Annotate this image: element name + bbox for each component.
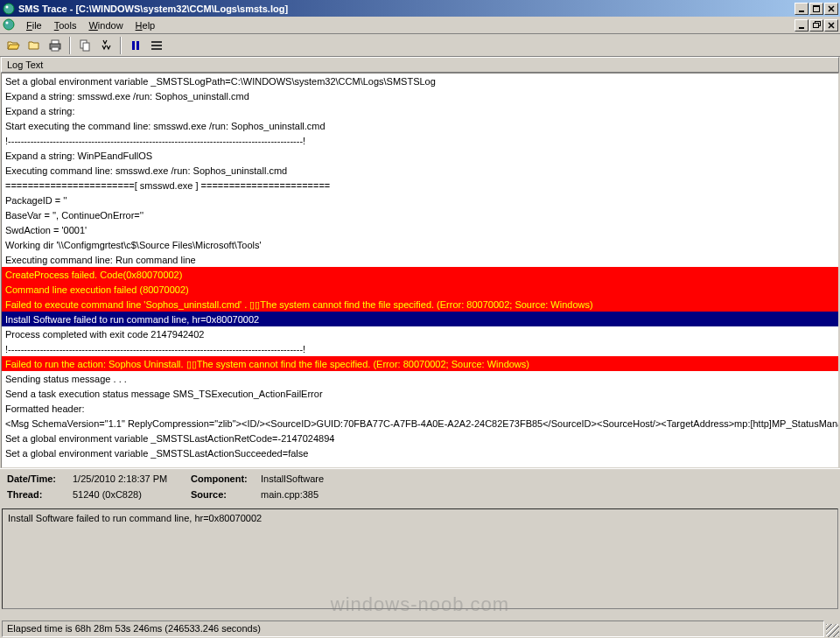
mdi-restore-button[interactable] xyxy=(809,19,823,32)
log-line[interactable]: Send a task execution status message SMS… xyxy=(2,386,838,401)
log-line[interactable]: Failed to run the action: Sophos Uninsta… xyxy=(2,356,838,371)
svg-rect-4 xyxy=(813,5,820,7)
copy-button[interactable] xyxy=(75,36,94,55)
log-line[interactable]: <Msg SchemaVersion="1.1" ReplyCompressio… xyxy=(2,416,838,431)
source-value: main.cpp:385 xyxy=(261,489,480,502)
message-box[interactable]: Install Software failed to run command l… xyxy=(2,508,838,609)
svg-point-1 xyxy=(6,5,9,8)
log-line[interactable]: Failed to execute command line 'Sophos_u… xyxy=(2,297,838,312)
thread-label: Thread: xyxy=(7,489,73,502)
datetime-label: Date/Time: xyxy=(7,473,73,487)
menu-window[interactable]: Window xyxy=(82,18,129,32)
log-line[interactable]: Expand a string: xyxy=(2,103,838,118)
svg-rect-16 xyxy=(136,41,139,50)
menu-help[interactable]: Help xyxy=(130,18,162,32)
statusbar: Elapsed time is 68h 28m 53s 246ms (24653… xyxy=(2,620,824,637)
menu-file[interactable]: File xyxy=(20,18,48,32)
log-line[interactable]: Start executing the command line: smsswd… xyxy=(2,118,838,133)
pause-button[interactable] xyxy=(126,36,145,55)
thread-value: 51240 (0xC828) xyxy=(73,489,191,502)
log-line[interactable]: Set a global environment variable _SMSTS… xyxy=(2,74,838,88)
message-text: Install Software failed to run command l… xyxy=(8,513,262,523)
find-button[interactable] xyxy=(96,36,116,55)
svg-point-5 xyxy=(4,19,14,30)
log-line[interactable]: !---------------------------------------… xyxy=(2,341,838,356)
source-label: Source: xyxy=(191,489,261,502)
svg-rect-15 xyxy=(132,41,135,50)
log-line[interactable]: Sending status message . . . xyxy=(2,371,838,386)
svg-rect-14 xyxy=(83,43,89,51)
svg-rect-2 xyxy=(799,11,804,12)
log-line[interactable]: Process completed with exit code 2147942… xyxy=(2,326,838,341)
doc-icon xyxy=(3,18,17,32)
print-button[interactable] xyxy=(46,36,65,55)
resize-grip[interactable] xyxy=(826,624,839,637)
svg-point-6 xyxy=(6,21,9,24)
datetime-value: 1/25/2010 2:18:37 PM xyxy=(73,473,191,487)
menubar: File Tools Window Help xyxy=(0,17,840,34)
log-line[interactable]: Set a global environment variable _SMSTS… xyxy=(2,431,838,445)
maximize-button[interactable] xyxy=(809,3,823,15)
log-view[interactable]: Set a global environment variable _SMSTS… xyxy=(1,73,839,468)
mdi-close-button[interactable] xyxy=(824,19,838,32)
log-line[interactable]: Expand a string: WinPEandFullOS xyxy=(2,148,838,163)
log-column-header[interactable]: Log Text xyxy=(1,57,839,73)
log-line[interactable]: PackageID = '' xyxy=(2,193,838,207)
toolbar xyxy=(0,34,840,57)
minimize-button[interactable] xyxy=(794,3,808,15)
svg-rect-18 xyxy=(151,45,162,46)
log-line[interactable]: !---------------------------------------… xyxy=(2,133,838,148)
list-button[interactable] xyxy=(147,36,166,55)
window-title: SMS Trace - [C:\WINDOWS\system32\CCM\Log… xyxy=(18,4,794,14)
log-line[interactable]: Executing command line: Run command line xyxy=(2,252,838,267)
svg-point-0 xyxy=(4,4,14,14)
log-line[interactable]: Formatted header: xyxy=(2,401,838,416)
svg-rect-9 xyxy=(813,24,818,28)
log-line[interactable]: Executing command line: smsswd.exe /run:… xyxy=(2,163,838,178)
log-line[interactable]: Install Software failed to run command l… xyxy=(2,312,838,326)
log-line[interactable]: Command line execution failed (80070002) xyxy=(2,282,838,297)
titlebar: SMS Trace - [C:\WINDOWS\system32\CCM\Log… xyxy=(0,0,840,17)
log-line[interactable]: SwdAction = '0001' xyxy=(2,222,838,237)
component-label: Component: xyxy=(191,473,261,487)
svg-rect-19 xyxy=(151,48,162,50)
log-line[interactable]: Expand a string: smsswd.exe /run: Sophos… xyxy=(2,88,838,103)
app-icon xyxy=(2,2,16,16)
log-line[interactable]: BaseVar = '', ContinueOnError='' xyxy=(2,207,838,222)
log-line[interactable]: =======================[ smsswd.exe ] ==… xyxy=(2,178,838,193)
svg-rect-12 xyxy=(52,47,59,51)
close-button[interactable] xyxy=(824,3,838,15)
open-button[interactable] xyxy=(4,36,23,55)
log-line[interactable]: Working dir '\\Configmgrtest\c$\Source F… xyxy=(2,237,838,252)
log-line[interactable]: Set a global environment variable _SMSTS… xyxy=(2,445,838,460)
open2-button[interactable] xyxy=(24,36,44,55)
log-line[interactable]: CreateProcess failed. Code(0x80070002) xyxy=(2,267,838,282)
svg-rect-7 xyxy=(799,27,804,29)
toolbar-separator xyxy=(120,37,122,54)
details-panel: Date/Time: 1/25/2010 2:18:37 PM Componen… xyxy=(0,468,840,507)
svg-rect-17 xyxy=(151,41,162,43)
menu-tools[interactable]: Tools xyxy=(48,18,83,32)
mdi-minimize-button[interactable] xyxy=(794,19,808,32)
component-value: InstallSoftware xyxy=(261,473,480,487)
toolbar-separator xyxy=(69,37,71,54)
